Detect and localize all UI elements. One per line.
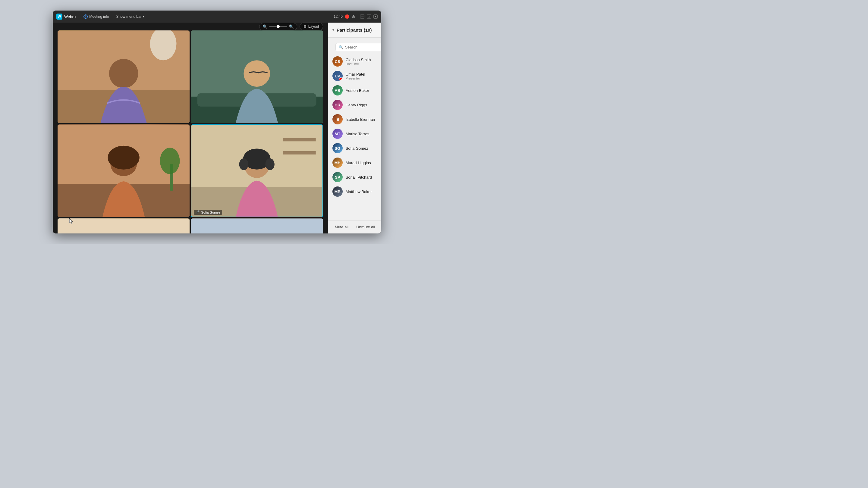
avatar-sofia-gomez: SG — [333, 143, 343, 153]
participant-row[interactable]: SG Sofia Gomez ⬜ 🎤 — [328, 141, 381, 156]
svg-point-11 — [160, 148, 180, 174]
participant-role: Presenter — [346, 76, 381, 80]
participant-video-5 — [58, 218, 190, 233]
search-icon: 🔍 — [339, 45, 343, 50]
video-cell-1 — [58, 30, 190, 123]
layout-icon: ⊞ — [304, 24, 307, 29]
participant-row[interactable]: MH Murad Higgins ⬜ 🎤 — [328, 156, 381, 170]
window-controls: — □ ✕ — [360, 14, 378, 19]
mute-all-button[interactable]: Mute all — [333, 224, 351, 230]
mic-active-icon: 🎤 — [195, 210, 200, 214]
participant-info-henry: Henry Riggs — [346, 103, 381, 107]
participant-row[interactable]: AB Austen Baker ✋ ⬜ 🎤 — [328, 83, 381, 98]
search-bar[interactable]: 🔍 — [336, 43, 381, 51]
video-feed-5 — [58, 218, 190, 233]
participant-info-austen: Austen Baker — [346, 88, 381, 93]
video-feed-4 — [191, 125, 322, 217]
participant-name: Matthew Baker — [346, 190, 381, 194]
layout-button[interactable]: ⊞ Layout — [300, 23, 323, 30]
zoom-in-icon[interactable]: 🔍 — [289, 24, 294, 29]
app-name: Webex — [64, 14, 76, 19]
title-bar-right: 12:40 ⊕ — [334, 14, 355, 19]
avatar-matthew-baker: MB — [333, 187, 343, 197]
svg-rect-16 — [283, 138, 316, 141]
svg-rect-35 — [191, 219, 323, 233]
video-feed-2 — [191, 30, 323, 123]
participant-role: Host, me — [346, 62, 381, 66]
svg-rect-17 — [283, 151, 316, 155]
participant-name: Clarissa Smith — [346, 58, 381, 62]
participant-info-marise: Marise Torres — [346, 132, 381, 136]
participant-row[interactable]: UP Umar Patel Presenter ⬜ 🎤 — [328, 69, 381, 83]
participant-row[interactable]: MT Marise Torres ⬜ 🎤 — [328, 127, 381, 141]
participant-info-sonali: Sonali Pitchard — [346, 175, 381, 180]
meeting-info-button[interactable]: i Meeting info — [81, 13, 111, 20]
svg-point-3 — [109, 59, 138, 88]
participant-row[interactable]: MB Matthew Baker ⬛ 🎤 — [328, 184, 381, 199]
participant-name: Marise Torres — [346, 132, 381, 136]
participant-info-isabella: Isabella Brennan — [346, 117, 381, 122]
participant-info-clarissa: Clarissa Smith Host, me — [346, 58, 381, 66]
zoom-thumb — [277, 25, 280, 28]
video-feed-1 — [58, 30, 190, 123]
zoom-out-icon[interactable]: 🔍 — [262, 24, 267, 29]
app-window: W Webex i Meeting info Show menu bar ▾ 1… — [53, 10, 381, 233]
svg-point-21 — [266, 158, 275, 170]
video-area: 🔍 🔍 ⊞ Layout — [53, 23, 328, 233]
svg-rect-22 — [58, 219, 190, 233]
participant-name: Sonali Pitchard — [346, 175, 381, 180]
participants-list: CS Clarissa Smith Host, me ⬜ 🎤 UP — [328, 54, 381, 220]
recording-indicator — [345, 14, 349, 19]
video-grid: 🎤 Sofia Gomez — [53, 30, 328, 233]
participant-row[interactable]: IB Isabella Brennan ⬛ 🎤 — [328, 112, 381, 127]
meeting-info-icon: i — [84, 14, 88, 19]
show-menu-bar-button[interactable]: Show menu bar ▾ — [116, 14, 144, 19]
avatar-murad-higgins: MH — [333, 158, 343, 168]
avatar-clarissa-smith: CS — [333, 56, 343, 67]
video-cell-3 — [58, 124, 190, 217]
zoom-slider[interactable] — [269, 26, 287, 27]
avatar-isabella-brennan: IB — [333, 114, 343, 124]
participant-video-2 — [191, 30, 323, 123]
unmute-all-button[interactable]: Unmute all — [354, 224, 377, 230]
chevron-down-icon: ▾ — [143, 15, 144, 18]
meeting-info-label: Meeting info — [89, 14, 109, 19]
profile-icon: ⊕ — [352, 14, 355, 19]
participant-row[interactable]: CS Clarissa Smith Host, me ⬜ 🎤 — [328, 54, 381, 69]
video-feed-6 — [191, 218, 323, 233]
participant-info-murad: Murad Higgins — [346, 161, 381, 165]
clock: 12:40 — [334, 14, 343, 19]
show-menu-bar-label: Show menu bar — [116, 14, 142, 19]
video-toolbar-top: 🔍 🔍 ⊞ Layout — [53, 23, 328, 30]
participant-row[interactable]: HR Henry Riggs ✋ ⬜ 🎤 — [328, 98, 381, 112]
participant-video-1 — [58, 30, 190, 123]
video-cell-5: 🚫 — [58, 218, 190, 233]
participant-row[interactable]: SP Sonali Pitchard ⬛ 🎤 — [328, 170, 381, 184]
participant-name: Austen Baker — [346, 88, 381, 93]
app-logo: W Webex — [56, 13, 76, 20]
video-cell-6 — [191, 218, 323, 233]
video-cell-2 — [191, 30, 323, 123]
video-cell-4: 🎤 Sofia Gomez — [191, 124, 323, 217]
chevron-participants-icon: ▾ — [333, 28, 334, 32]
search-input[interactable] — [345, 45, 381, 50]
video-feed-3 — [58, 124, 190, 217]
participant-video-6 — [191, 218, 323, 233]
search-row: 🔍 ⇅ — [328, 38, 381, 54]
active-speaker-name: 🎤 Sofia Gomez — [194, 210, 222, 215]
participant-video-3 — [58, 124, 190, 217]
participant-name: Isabella Brennan — [346, 117, 381, 122]
maximize-button[interactable]: □ — [367, 14, 371, 19]
minimize-button[interactable]: — — [360, 14, 364, 19]
avatar-sonali-pitchard: SP — [333, 172, 343, 182]
participants-panel: ▾ Participants (10) ⤢ ✕ 🔍 ⇅ CS — [328, 23, 381, 233]
avatar-marise-torres: MT — [333, 129, 343, 139]
avatar-austen-baker: AB — [333, 85, 343, 96]
panel-header: ▾ Participants (10) ⤢ ✕ — [328, 23, 381, 38]
close-button[interactable]: ✕ — [373, 14, 378, 19]
record-badge — [339, 77, 343, 81]
zoom-control[interactable]: 🔍 🔍 — [259, 23, 297, 30]
svg-point-13 — [108, 146, 140, 170]
participant-info-matthew: Matthew Baker — [346, 190, 381, 194]
participant-info-umar: Umar Patel Presenter — [346, 72, 381, 80]
